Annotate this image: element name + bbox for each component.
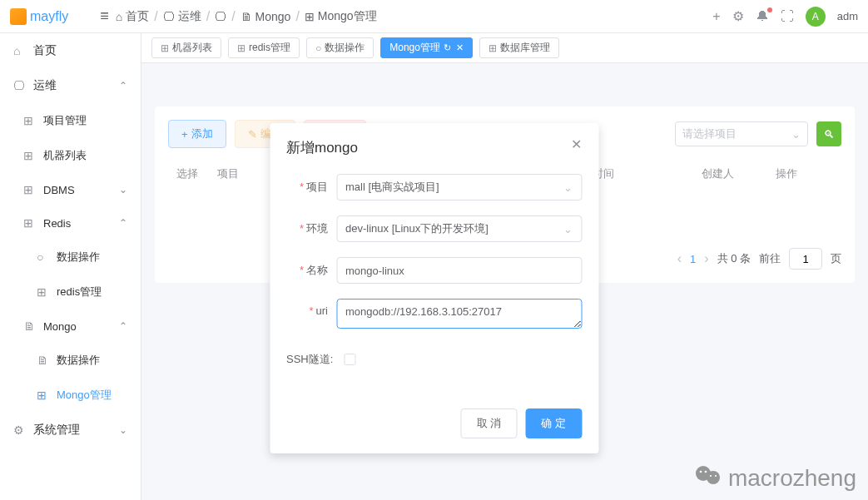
form-row-ssh: SSH隧道: <box>286 346 582 367</box>
sidebar-mongo[interactable]: 🗎Mongo⌃ <box>0 309 141 343</box>
header-left: mayfly ≡ ⌂首页 / 🖵运维 / 🖵 / 🗎Mongo / ⊞Mongo… <box>10 7 377 25</box>
prev-page-button[interactable]: ‹ <box>677 251 682 266</box>
plus-icon: + <box>181 128 188 141</box>
breadcrumb-sub[interactable]: 🖵 <box>215 10 226 23</box>
chevron-down-icon: ⌄ <box>119 424 127 436</box>
search-icon: ○ <box>37 250 48 264</box>
grid-icon: ⊞ <box>23 216 35 230</box>
gear-icon: ⚙ <box>13 423 25 437</box>
tab-data-ops[interactable]: ○数据操作 <box>306 37 374 58</box>
grid-icon: ⊞ <box>37 285 48 299</box>
doc-icon: 🗎 <box>37 354 48 367</box>
sidebar-home[interactable]: ⌂首页 <box>0 33 141 68</box>
app-header: mayfly ≡ ⌂首页 / 🖵运维 / 🖵 / 🗎Mongo / ⊞Mongo… <box>0 0 868 33</box>
tab-machine-list[interactable]: ⊞机器列表 <box>151 37 221 58</box>
close-icon[interactable]: ✕ <box>456 42 464 53</box>
total-label: 共 0 条 <box>717 251 751 266</box>
tabs-row: ⊞机器列表 ⊞redis管理 ○数据操作 Mongo管理↻✕ ⊞数据库管理 <box>141 33 868 63</box>
home-icon: ⌂ <box>13 44 25 57</box>
form-row-uri: uri mongodb://192.168.3.105:27017 <box>286 299 582 331</box>
breadcrumb-mongo[interactable]: 🗎Mongo <box>241 10 291 23</box>
sidebar-redis-mgmt[interactable]: ⊞redis管理 <box>0 275 141 309</box>
grid-icon: ⊞ <box>23 149 35 162</box>
search-button[interactable]: 🔍︎ <box>816 121 841 146</box>
fullscreen-icon[interactable]: ⛶ <box>781 9 794 24</box>
svg-point-3 <box>705 471 707 473</box>
gear-icon[interactable]: ⚙ <box>732 8 744 24</box>
form-row-env: 环境 dev-linux [Linux下的开发环境]⌄ <box>286 215 582 242</box>
username-label[interactable]: adm <box>837 10 858 22</box>
chevron-up-icon: ⌃ <box>119 80 127 92</box>
add-button[interactable]: +添加 <box>168 120 226 148</box>
label-env: 环境 <box>286 215 336 236</box>
chevron-up-icon: ⌃ <box>119 217 127 229</box>
tab-redis-mgmt[interactable]: ⊞redis管理 <box>228 37 300 58</box>
next-page-button[interactable]: › <box>704 251 708 266</box>
plus-icon[interactable]: + <box>712 9 720 24</box>
bell-icon[interactable]: 🔔︎ <box>756 9 769 24</box>
page-input[interactable] <box>789 248 822 270</box>
breadcrumb-home[interactable]: ⌂首页 <box>116 9 149 24</box>
chevron-down-icon: ⌄ <box>563 181 573 194</box>
chevron-up-icon: ⌃ <box>119 320 127 332</box>
doc-icon: 🗎 <box>23 319 35 333</box>
sidebar: ⌂首页 🖵运维⌃ ⊞项目管理 ⊞机器列表 ⊞DBMS⌄ ⊞Redis⌃ ○数据操… <box>0 33 141 500</box>
refresh-icon[interactable]: ↻ <box>444 42 451 53</box>
label-name: 名称 <box>286 257 336 278</box>
monitor-icon: 🖵 <box>13 79 25 92</box>
add-mongo-dialog: 新增mongo ✕ 项目 mall [电商实战项目]⌄ 环境 dev-linux… <box>270 123 598 453</box>
sidebar-project-mgmt[interactable]: ⊞项目管理 <box>0 103 141 138</box>
dialog-body: 项目 mall [电商实战项目]⌄ 环境 dev-linux [Linux下的开… <box>270 166 598 399</box>
logo-icon <box>10 8 27 25</box>
brand-text: mayfly <box>30 9 68 24</box>
form-row-project: 项目 mall [电商实战项目]⌄ <box>286 174 582 200</box>
name-input[interactable] <box>336 257 582 284</box>
cancel-button[interactable]: 取 消 <box>461 408 518 438</box>
chevron-down-icon: ⌄ <box>563 223 573 235</box>
svg-point-1 <box>707 471 720 484</box>
label-ssh: SSH隧道: <box>286 346 341 367</box>
project-select[interactable]: 请选择项目⌄ <box>675 121 808 146</box>
sidebar-redis[interactable]: ⊞Redis⌃ <box>0 206 141 240</box>
tab-db-mgmt[interactable]: ⊞数据库管理 <box>479 37 559 58</box>
th-action: 操作 <box>776 158 841 190</box>
grid-icon: ⊞ <box>489 42 497 54</box>
sidebar-mongo-data-ops[interactable]: 🗎数据操作 <box>0 343 141 378</box>
breadcrumb-mongo-mgmt[interactable]: ⊞Mongo管理 <box>305 9 377 24</box>
svg-point-2 <box>700 471 702 473</box>
sidebar-machine-list[interactable]: ⊞机器列表 <box>0 138 141 173</box>
sidebar-dbms[interactable]: ⊞DBMS⌄ <box>0 173 141 206</box>
label-project: 项目 <box>286 174 336 195</box>
sidebar-mongo-mgmt[interactable]: ⊞Mongo管理 <box>0 378 141 413</box>
sidebar-data-ops[interactable]: ○数据操作 <box>0 240 141 275</box>
watermark: macrozheng <box>693 463 856 493</box>
edit-icon: ✎ <box>248 128 257 141</box>
grid-icon: ⊞ <box>37 389 48 402</box>
ssh-checkbox[interactable] <box>344 354 355 365</box>
current-page[interactable]: 1 <box>690 253 696 265</box>
wechat-icon <box>693 463 723 493</box>
search-icon: ○ <box>315 42 321 54</box>
avatar[interactable]: A <box>806 7 826 27</box>
breadcrumb-sep: / <box>295 9 299 24</box>
grid-icon: ⊞ <box>23 183 35 196</box>
sidebar-ops[interactable]: 🖵运维⌃ <box>0 68 141 103</box>
th-select: 选择 <box>168 158 217 190</box>
sidebar-sys-mgmt[interactable]: ⚙系统管理⌄ <box>0 413 141 448</box>
confirm-button[interactable]: 确 定 <box>525 408 582 438</box>
search-icon: 🔍︎ <box>824 128 835 141</box>
svg-point-4 <box>710 475 712 477</box>
project-select-input[interactable]: mall [电商实战项目]⌄ <box>336 174 582 200</box>
env-select-input[interactable]: dev-linux [Linux下的开发环境]⌄ <box>336 215 582 242</box>
grid-icon: ⊞ <box>23 114 35 127</box>
close-icon[interactable]: ✕ <box>571 138 582 151</box>
dialog-footer: 取 消 确 定 <box>270 399 598 453</box>
watermark-text: macrozheng <box>728 465 856 492</box>
breadcrumb-ops[interactable]: 🖵运维 <box>163 9 201 24</box>
uri-textarea[interactable]: mongodb://192.168.3.105:27017 <box>336 299 582 329</box>
breadcrumb-sep: / <box>206 9 210 24</box>
tab-mongo-mgmt[interactable]: Mongo管理↻✕ <box>380 37 473 58</box>
menu-toggle-icon[interactable]: ≡ <box>100 7 109 25</box>
goto-label: 前往 <box>759 251 781 266</box>
brand-logo: mayfly <box>10 8 68 25</box>
